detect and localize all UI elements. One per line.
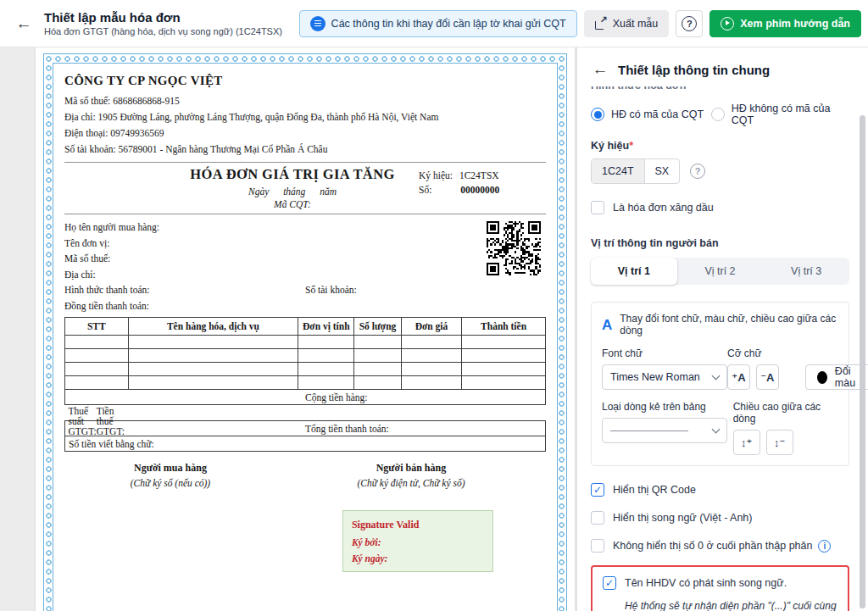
seller-tax-line: Mã số thuế: 6868686868-915: [64, 93, 546, 109]
items-empty-row: [65, 363, 546, 376]
invoice-macqt: Mã CQT:: [166, 199, 419, 209]
qr-code: [487, 221, 541, 275]
line-height-label: Chiều cao giữa các dòng: [733, 401, 838, 425]
ky-hieu-prefix: 1C24T: [592, 159, 645, 183]
back-icon[interactable]: ←: [12, 12, 36, 36]
serial-label: Ký hiệu:: [419, 169, 453, 183]
signature-valid-box: Signature Valid Ký bởi: Ký ngày:: [342, 510, 493, 572]
info-icon[interactable]: i: [818, 540, 831, 553]
main-area: CÔNG TY CP NGỌC VIỆT Mã số thuế: 6868686…: [0, 47, 868, 611]
font-card-title: Thay đổi font chữ, màu chữ, chiều cao gi…: [620, 313, 838, 336]
invoice-paper: CÔNG TY CP NGỌC VIỆT Mã số thuế: 6868686…: [53, 63, 558, 611]
color-swatch: [817, 371, 827, 384]
line-type-select[interactable]: [602, 418, 727, 443]
checkbox-bilingual[interactable]: Hiển thị song ngữ (Việt - Anh): [591, 511, 849, 525]
signed-by-label: Ký bởi:: [352, 537, 484, 547]
panel-title: Thiết lập thông tin chung: [618, 63, 770, 77]
ky-hieu-suffix-input[interactable]: SX: [645, 159, 680, 183]
tab-position-2[interactable]: Vị trí 2: [677, 258, 764, 285]
change-color-button[interactable]: Đổi màu: [805, 364, 868, 390]
line-height-up-button[interactable]: ↕⁺: [733, 430, 760, 455]
serial-value: 1C24TSX: [459, 169, 499, 183]
panel-back-icon[interactable]: ←: [591, 58, 609, 81]
font-select[interactable]: Times New Roman: [602, 364, 727, 390]
signed-date-label: Ký ngày:: [352, 553, 484, 564]
buyer-sign-title: Người mua hàng: [64, 462, 276, 475]
panel-scrollbar[interactable]: [860, 115, 865, 608]
buyer-sign-sub: (Chữ ký số (nếu có)): [64, 478, 276, 488]
invoice-date-line: Ngày tháng năm: [166, 186, 419, 197]
number-value: 00000000: [460, 183, 499, 197]
divider: [64, 162, 546, 163]
seller-phone-line: Điện thoại: 09749936569: [64, 125, 546, 142]
ky-hieu-help-icon[interactable]: ?: [690, 164, 705, 179]
tab-position-3[interactable]: Vị trí 3: [763, 258, 849, 285]
checkbox-petrol[interactable]: Là hóa đơn xăng dầu: [591, 201, 849, 215]
seller-company-name: CÔNG TY CP NGỌC VIỆT: [64, 74, 546, 88]
number-label: Số:: [419, 183, 431, 197]
position-tabs: Vị trí 1 Vị trí 2 Vị trí 3: [591, 258, 849, 285]
seller-bank-line: Số tài khoản: 56789001 - Ngân hàng Thươn…: [64, 142, 546, 158]
total-payment-row: Tổng tiền thanh toán:: [65, 421, 546, 436]
checkbox-hhdv-bilingual[interactable]: Tên HHDV có phát sinh song ngữ.: [603, 576, 837, 591]
seller-sign-title: Người bán hàng: [276, 462, 546, 475]
line-height-down-button[interactable]: ↕⁻: [766, 430, 793, 455]
size-label: Cỡ chữ: [727, 347, 868, 359]
items-empty-row: [65, 349, 546, 363]
hhdv-description: Hệ thống sẽ tự nhận diện phần "(...)" cu…: [625, 598, 837, 611]
export-template-button[interactable]: Xuất mẫu: [584, 10, 670, 37]
play-icon: [721, 17, 734, 31]
checkbox-icon: [591, 201, 604, 214]
checkbox-icon: [603, 576, 616, 590]
line-style-preview: [610, 430, 688, 431]
chevron-down-icon: [712, 371, 721, 380]
buyer-tax-line: Mã số thuế:: [64, 251, 546, 267]
font-size-up-button[interactable]: ⁺A: [727, 364, 750, 390]
buyer-unit-line: Tên đơn vị:: [64, 236, 546, 252]
total-goods-row: Cộng tiền hàng:: [65, 390, 546, 405]
checkbox-show-qr[interactable]: Hiển thị QR Code: [591, 483, 849, 497]
seller-position-label: Vị trí thông tin người bán: [591, 237, 849, 249]
cqt-doc-icon: [310, 16, 326, 31]
font-settings-card: A Thay đổi font chữ, màu chữ, chiều cao …: [591, 302, 849, 466]
font-size-down-button[interactable]: ⁻A: [756, 364, 779, 390]
radio-hd-with-code[interactable]: HĐ có mã của CQT: [591, 108, 711, 121]
invoice-preview-page: CÔNG TY CP NGỌC VIỆT Mã số thuế: 6868686…: [36, 47, 575, 611]
invoice-form-label-clipped: Hình thức hóa đơn: [591, 86, 849, 94]
page-title: Thiết lập mẫu hóa đơn: [44, 10, 299, 25]
question-icon: ?: [682, 16, 697, 31]
seller-sign-sub: (Chữ ký điện tử, Chữ ký số): [276, 478, 546, 488]
page-subtitle: Hóa đơn GTGT (hàng hóa, dịch vụ song ngữ…: [44, 26, 299, 36]
invoice-ornate-border: CÔNG TY CP NGỌC VIỆT Mã số thuế: 6868686…: [43, 53, 567, 611]
ky-hieu-label: Ký hiệu*: [591, 140, 849, 152]
amount-words-row: Số tiền viết bằng chữ:: [65, 436, 546, 452]
tab-position-1[interactable]: Vị trí 1: [591, 258, 677, 285]
items-table: STT Tên hàng hóa, dịch vụ Đơn vị tính Số…: [64, 317, 546, 452]
signature-valid-label: Signature Valid: [352, 519, 484, 531]
checkbox-icon: [591, 483, 604, 497]
watch-video-button[interactable]: Xem phim hướng dẫn: [709, 10, 861, 37]
app-header: ← Thiết lập mẫu hóa đơn Hóa đơn GTGT (hà…: [0, 0, 868, 47]
required-asterisk: *: [629, 140, 633, 152]
buyer-address-line: Địa chỉ:: [64, 267, 546, 283]
radio-hd-without-code[interactable]: HĐ không có mã của CQT: [711, 103, 849, 126]
seller-address-line: Địa chỉ: 1905 Đường Láng, phường Láng Th…: [64, 109, 546, 125]
items-empty-row: [65, 336, 546, 349]
checkbox-icon: [591, 511, 604, 525]
account-line: Số tài khoản:: [305, 282, 357, 298]
font-a-icon: A: [602, 318, 612, 332]
settings-panel: ← Thiết lập thông tin chung Hình thức hó…: [576, 47, 868, 611]
chevron-down-icon: [712, 425, 721, 433]
items-empty-row: [65, 376, 546, 390]
ky-hieu-input-group: 1C24T SX: [591, 158, 680, 184]
payment-method-line: Hình thức thanh toán:: [64, 282, 305, 298]
checkbox-no-trailing-zero[interactable]: Không hiển thị số 0 ở cuối phần thập phâ…: [591, 539, 849, 553]
line-type-label: Loại dòng kẻ trên bảng: [602, 401, 733, 413]
buyer-name-line: Họ tên người mua hàng:: [64, 219, 546, 236]
checkbox-icon: [591, 539, 604, 553]
currency-line: Đồng tiền thanh toán:: [64, 298, 546, 314]
highlighted-setting-box: Tên HHDV có phát sinh song ngữ. Hệ thống…: [591, 565, 849, 611]
cqt-info-button[interactable]: Các thông tin khi thay đổi cần lập tờ kh…: [299, 10, 577, 37]
help-button[interactable]: ?: [676, 10, 703, 37]
export-icon: [595, 18, 607, 30]
